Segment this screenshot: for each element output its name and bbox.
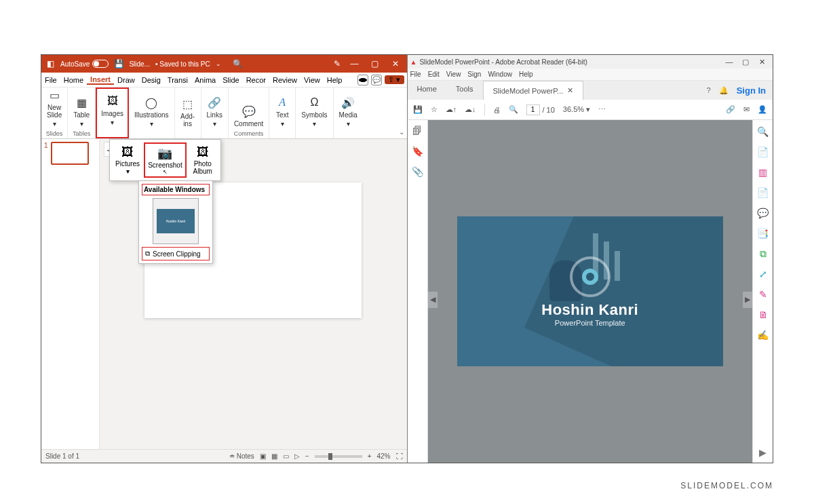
slideshow-view-icon[interactable]: ▷ [294,452,300,460]
page-total: / 10 [543,106,555,114]
record-indicator[interactable] [357,75,368,85]
bell-icon[interactable]: 🔔 [719,86,729,95]
cloud-download-icon[interactable]: ☁↓ [465,105,476,114]
pp-filename[interactable]: Slide... [129,60,150,68]
email-icon[interactable]: ✉ [743,105,750,114]
zoom-in-icon[interactable]: + [368,452,372,460]
attachment-panel-icon[interactable]: 📎 [412,166,423,177]
ribbon-text-button[interactable]: AText▾ [269,88,296,138]
tab-view[interactable]: View [301,76,324,84]
share-button[interactable]: ⇧ ▾ [385,75,404,84]
page-input[interactable] [526,104,540,115]
menu-sign[interactable]: Sign [467,71,481,78]
ribbon-images-button[interactable]: 🖼 Images ▾ [96,88,129,138]
prev-page-icon[interactable]: ◀ [428,292,438,308]
tab-help[interactable]: Help [324,76,346,84]
comments-pane-button[interactable]: 💬 [371,75,382,85]
organize-icon[interactable]: ⧉ [757,248,769,260]
chevron-down-icon[interactable]: ⌄ [216,60,221,67]
link-share-icon[interactable]: 🔗 [726,105,735,114]
available-window-thumb[interactable]: Hoshin Kanri [153,198,199,244]
media-icon: 🔊 [341,95,355,110]
redact-icon[interactable]: ✎ [757,288,769,301]
ribbon-illustrations-button[interactable]: ◯Illustrations▾ [129,88,175,138]
sign-tool-icon[interactable]: ✍ [757,329,769,341]
create-pdf-icon[interactable]: 📄 [757,187,769,199]
signin-button[interactable]: Sign In [737,85,766,96]
clip-icon: ⧉ [145,250,150,258]
screen-clipping-button[interactable]: ⧉ Screen Clipping [142,247,210,260]
ribbon-links-button[interactable]: 🔗Links▾ [201,88,229,138]
close-button[interactable]: ✕ [754,58,770,66]
photo-album-button[interactable]: 🖼 Photo Album [188,142,218,178]
screenshot-button[interactable]: 📷 Screenshot ↖ [144,142,187,178]
protect-icon[interactable]: 🗎 [757,309,769,321]
combine-icon[interactable]: 📑 [757,227,769,239]
tab-file[interactable]: File [41,76,60,84]
zoom-value[interactable]: 36.5% ▾ [563,105,590,114]
cloud-upload-icon[interactable]: ☁↑ [446,105,457,114]
comment-button[interactable]: 💬Comment [231,102,266,129]
tab-tools[interactable]: Tools [446,81,483,100]
close-button[interactable]: ✕ [388,56,403,71]
menu-file[interactable]: File [410,71,421,78]
tab-record[interactable]: Recor [243,76,269,84]
fit-window-icon[interactable]: ⛶ [396,452,403,460]
tab-home[interactable]: Home [408,81,446,100]
tab-home[interactable]: Home [60,76,87,84]
save-icon[interactable]: 💾 [413,105,423,114]
normal-view-icon[interactable]: ▣ [260,452,266,460]
search-tool-icon[interactable]: 🔍 [757,125,769,138]
autosave-toggle[interactable]: AutoSave [60,60,109,68]
thumbs-panel-icon[interactable]: 🗐 [412,125,422,136]
compress-icon[interactable]: ⤢ [757,268,769,280]
menu-window[interactable]: Window [488,71,512,78]
menu-help[interactable]: Help [519,71,533,78]
comment-tool-icon[interactable]: 💬 [757,207,769,219]
search-icon[interactable]: 🔍 [233,59,243,69]
save-icon[interactable]: 💾 [114,59,123,69]
pictures-button[interactable]: 🖼 Pictures ▾ [113,142,142,178]
menu-view[interactable]: View [446,71,461,78]
more-icon[interactable]: ⋯ [598,105,606,114]
tab-animations[interactable]: Anima [191,76,219,84]
pp-body: ⌄ 1 [41,139,407,449]
star-icon[interactable]: ☆ [431,105,438,114]
tab-transitions[interactable]: Transi [164,76,191,84]
new-slide-button[interactable]: ▭ New Slide ▾ [44,86,64,129]
tab-document[interactable]: SlideModel PowerP... ✕ [483,81,584,100]
maximize-button[interactable]: ▢ [737,58,754,66]
help-icon[interactable]: ? [707,86,711,94]
collapse-tools-icon[interactable]: ▶ [757,446,769,459]
collapse-ribbon-icon[interactable]: ⌄ [399,128,404,136]
minimize-button[interactable]: — [721,58,737,66]
profile-icon[interactable]: 👤 [758,105,767,114]
zoom-icon[interactable]: 🔍 [509,105,518,114]
ribbon-symbols-button[interactable]: ΩSymbols▾ [296,88,333,138]
export-pdf-icon[interactable]: 📄 [757,146,769,158]
tab-insert[interactable]: Insert [87,75,114,85]
sorter-view-icon[interactable]: ▦ [271,452,277,460]
next-page-icon[interactable]: ▶ [743,292,752,308]
ribbon-media-button[interactable]: 🔊Media▾ [334,88,363,138]
reading-view-icon[interactable]: ▭ [283,452,289,460]
pen-icon[interactable]: ✎ [332,59,342,69]
menu-edit[interactable]: Edit [428,71,440,78]
zoom-slider[interactable] [315,455,362,458]
slide-thumb-1[interactable]: 1 [44,142,96,165]
tab-draw[interactable]: Draw [114,76,138,84]
minimize-button[interactable]: — [347,56,362,71]
print-icon[interactable]: 🖨 [493,106,501,114]
maximize-button[interactable]: ▢ [368,56,383,71]
zoom-out-icon[interactable]: − [305,452,309,460]
table-button[interactable]: ▦ Table ▾ [71,94,92,129]
ar-page-area[interactable]: ◀ ▶ Hoshin Kanri PowerPoint Template [428,120,753,463]
edit-pdf-icon[interactable]: ▥ [757,166,769,178]
tab-slideshow[interactable]: Slide [219,76,242,84]
tab-design[interactable]: Desig [138,76,164,84]
close-tab-icon[interactable]: ✕ [567,86,573,95]
tab-review[interactable]: Review [269,76,301,84]
bookmark-panel-icon[interactable]: 🔖 [412,146,423,157]
notes-button[interactable]: ≐ Notes [229,452,254,460]
ribbon-addins-button[interactable]: ⬚Add- ins [175,88,201,138]
